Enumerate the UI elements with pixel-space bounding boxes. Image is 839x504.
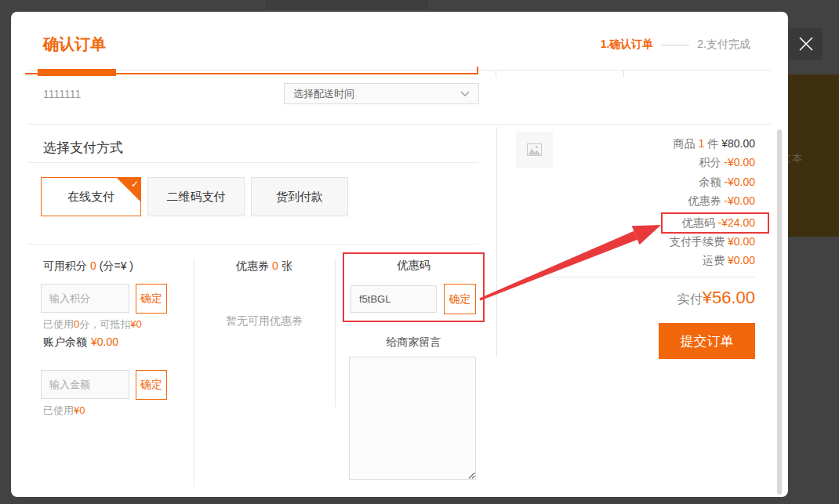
payment-method-label: 在线支付: [67, 190, 114, 205]
focused-input-underline: [25, 73, 478, 74]
total-value: ¥56.00: [703, 288, 755, 308]
balance-used-note: 已使用¥0: [43, 404, 85, 418]
confirm-order-modal: 确认订单 1.确认订单 2.支付完成 1111111 选择配送时间 选择支付方式…: [11, 12, 788, 497]
points-used-note: 已使用0分，可抵扣¥0: [43, 317, 142, 332]
coupon-code-highlight-box: 优惠码 确定: [343, 252, 485, 322]
coupon-count-label: 优惠券0张: [202, 259, 327, 274]
coupon-code-title: 优惠码: [344, 259, 483, 273]
image-placeholder-icon: [527, 143, 542, 156]
divider: [27, 70, 771, 71]
submit-order-button[interactable]: 提交订单: [659, 323, 755, 359]
background-window-outline: [267, 0, 427, 9]
balance-value: ¥0.00: [91, 335, 118, 348]
points-confirm-button[interactable]: 确定: [136, 284, 167, 314]
close-button[interactable]: [789, 28, 823, 60]
payment-method-online[interactable]: 在线支付 ✓: [41, 177, 141, 216]
product-qty: 1: [698, 137, 704, 150]
chevron-down-icon: [460, 91, 470, 96]
divider: [27, 244, 478, 245]
coupon-code-confirm-button[interactable]: 确定: [444, 284, 476, 314]
modal-scrollbar-thumb[interactable]: [777, 129, 782, 495]
delivery-time-select-value: 选择配送时间: [293, 87, 354, 101]
coupon-code-input[interactable]: [350, 285, 437, 313]
divider: [194, 259, 194, 486]
divider: [27, 162, 478, 163]
close-icon: [798, 36, 814, 52]
divider: [335, 259, 336, 408]
checkout-steps: 1.确认订单 2.支付完成: [601, 38, 750, 52]
address-value: 1111111: [43, 88, 81, 100]
divider: [514, 277, 755, 277]
payment-method-label: 货到付款: [276, 190, 323, 205]
payment-method-heading: 选择支付方式: [43, 139, 123, 157]
summary-row-payment-fee: 支付手续费 ¥0.00: [670, 235, 755, 249]
total-label: 实付: [677, 292, 703, 308]
check-icon: ✓: [131, 179, 139, 190]
summary-row-coupon-code: 优惠码 -¥24.00: [682, 216, 755, 230]
points-available-label: 可用积分0(分=¥ ): [43, 259, 133, 274]
summary-row-balance: 余额 -¥0.00: [699, 176, 755, 190]
table-column-tick: [496, 71, 496, 78]
divider: [496, 127, 497, 357]
balance-confirm-button[interactable]: 确定: [136, 370, 167, 400]
payment-method-qrcode[interactable]: 二维码支付: [147, 177, 245, 216]
balance-label: 账户余额¥0.00: [43, 335, 118, 350]
product-thumbnail-placeholder: [516, 132, 553, 168]
points-label-text: 可用积分: [43, 259, 87, 272]
product-price: ¥80.00: [721, 137, 755, 150]
background-side-text: 文本: [788, 151, 803, 165]
coupon-count: 0: [272, 259, 278, 272]
background-side-panel: 文本: [788, 74, 839, 237]
total-payment: 实付¥56.00: [677, 288, 755, 308]
coupon-empty-text: 暂无可用优惠券: [202, 314, 327, 328]
summary-row-points: 积分 -¥0.00: [699, 156, 755, 170]
step-payment-complete: 2.支付完成: [697, 38, 750, 52]
focused-input-edge: [477, 67, 478, 74]
page-overlay-background: 文本 确认订单 1.确认订单 2.支付完成 1111111 选择配送时间 选择支: [0, 0, 839, 504]
balance-amount-input[interactable]: [41, 370, 129, 399]
summary-row-product: 商品1件 ¥80.00: [673, 137, 755, 151]
step-divider: [661, 45, 689, 45]
payment-method-label: 二维码支付: [167, 190, 226, 205]
points-available-count: 0: [90, 259, 96, 272]
summary-row-shipping: 运费 ¥0.00: [703, 254, 755, 268]
points-rate-text: (分=¥ ): [100, 259, 133, 272]
delivery-time-select[interactable]: 选择配送时间: [284, 83, 479, 104]
table-column-tick: [623, 71, 624, 78]
page-title: 确认订单: [43, 34, 106, 55]
step-confirm-order: 1.确认订单: [601, 38, 654, 52]
payment-method-cod[interactable]: 货到付款: [251, 177, 348, 216]
merchant-message-label: 给商家留言: [343, 335, 485, 350]
merchant-message-textarea[interactable]: [349, 357, 476, 480]
points-input[interactable]: [41, 284, 129, 313]
summary-row-coupon: 优惠券 -¥0.00: [688, 194, 755, 208]
divider: [27, 124, 771, 125]
